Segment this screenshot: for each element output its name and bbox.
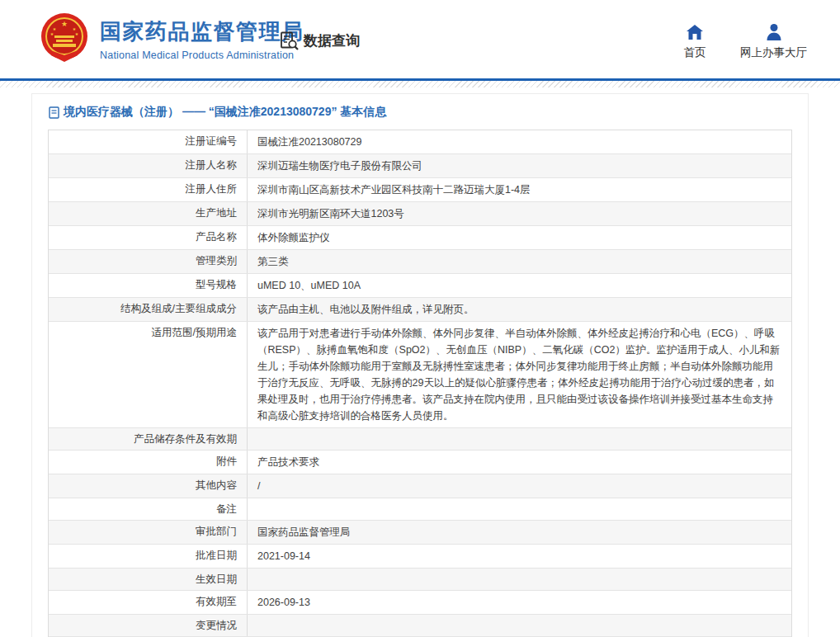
home-icon <box>686 22 704 40</box>
table-row: 变更情况 <box>49 615 791 637</box>
svg-text:★: ★ <box>50 31 54 36</box>
row-value: 产品技术要求 <box>248 451 791 474</box>
row-label: 其他内容 <box>49 474 248 498</box>
header-nav: 首页 网上办事大厅 <box>677 22 807 60</box>
row-label-text: 审批部门 <box>196 526 237 537</box>
table-row: 结构及组成/主要组成成分 该产品由主机、电池以及附件组成，详见附页。 <box>49 298 791 322</box>
table-row: 型号规格 uMED 10、uMED 10A <box>49 274 791 298</box>
page-title: 境内医疗器械（注册） —— “国械注准20213080729” 基本信息 <box>32 94 808 130</box>
row-value: / <box>248 474 791 498</box>
row-label: 审批部门 <box>49 521 248 544</box>
row-label-text: 适用范围/预期用途 <box>152 327 237 338</box>
row-label: 适用范围/预期用途 <box>49 322 248 427</box>
row-value: 体外除颤监护仪 <box>248 226 791 249</box>
row-value: uMED 10、uMED 10A <box>248 274 791 297</box>
row-value: 国械注准20213080729 <box>248 130 791 153</box>
row-label: 附件 <box>49 451 248 474</box>
row-label: 注册证编号 <box>49 130 248 153</box>
row-label: 注册人名称 <box>49 154 248 177</box>
row-label-text: 生产地址 <box>196 207 237 219</box>
nav-home-label: 首页 <box>684 45 706 60</box>
row-label-text: 产品储存条件及有效期 <box>134 433 237 445</box>
row-label-text: 注册人名称 <box>186 159 238 171</box>
header-divider-hatch <box>0 81 840 87</box>
row-label-text: 生效日期 <box>196 573 237 585</box>
table-row: 注册人住所 深圳市南山区高新技术产业园区科技南十二路迈瑞大厦1-4层 <box>49 178 791 202</box>
row-label: 批准日期 <box>49 545 248 568</box>
row-label-text: 附件 <box>216 455 237 467</box>
row-label-text: 变更情况 <box>196 620 237 631</box>
table-row: 有效期至 2026-09-13 <box>49 591 791 615</box>
row-label: 生产地址 <box>49 202 248 225</box>
row-label: 注册人住所 <box>49 178 248 201</box>
row-label: 有效期至 <box>49 591 248 614</box>
info-table: 注册证编号 国械注准20213080729 注册人名称 深圳迈瑞生物医疗电子股份… <box>48 130 792 637</box>
data-query-label: 数据查询 <box>304 31 360 50</box>
row-value <box>248 615 791 636</box>
nav-service-hall-label: 网上办事大厅 <box>740 45 807 60</box>
row-label-text: 产品名称 <box>196 231 237 243</box>
table-row: 附件 产品技术要求 <box>49 451 791 474</box>
row-label: 产品名称 <box>49 226 248 249</box>
row-value: 该产品用于对患者进行手动体外除颤、体外同步复律、半自动体外除颤、体外经皮起搏治疗… <box>248 322 791 427</box>
document-icon <box>49 106 59 119</box>
row-label-text: 型号规格 <box>196 279 237 290</box>
brand-title: 国家药品监督管理局 <box>100 17 304 46</box>
row-value: 2026-09-13 <box>248 591 791 614</box>
table-row: 管理类别 第三类 <box>49 250 791 274</box>
row-value: 该产品由主机、电池以及附件组成，详见附页。 <box>248 298 791 321</box>
page-title-text: 境内医疗器械（注册） —— “国械注准20213080729” 基本信息 <box>64 105 386 120</box>
table-row: 注册人名称 深圳迈瑞生物医疗电子股份有限公司 <box>49 154 791 178</box>
row-value: 深圳迈瑞生物医疗电子股份有限公司 <box>248 154 791 177</box>
national-emblem-logo: ★ ★ ★ ★ ★ <box>40 12 89 65</box>
row-label-text: 注册人住所 <box>186 183 238 195</box>
row-label-text: 批准日期 <box>196 550 237 561</box>
table-row: 备注 <box>49 498 791 521</box>
table-row: 产品储存条件及有效期 <box>49 428 791 451</box>
row-label: 管理类别 <box>49 250 248 273</box>
brand-subtitle: National Medical Products Administration <box>100 50 304 61</box>
brand: ★ ★ ★ ★ ★ 国家药品监督管理局 National Medical Pro… <box>40 12 304 65</box>
row-value: 国家药品监督管理局 <box>248 521 791 544</box>
row-label-text: 其他内容 <box>196 479 237 491</box>
svg-text:★: ★ <box>75 31 79 36</box>
table-row: 注册证编号 国械注准20213080729 <box>49 130 791 154</box>
row-label-text: 注册证编号 <box>186 135 238 147</box>
row-value <box>248 428 791 450</box>
nav-home[interactable]: 首页 <box>677 22 712 60</box>
table-row: 批准日期 2021-09-14 <box>49 545 791 569</box>
row-value <box>248 498 791 520</box>
row-label: 生效日期 <box>49 569 248 590</box>
row-value <box>248 569 791 590</box>
document-search-icon <box>279 31 300 51</box>
table-row: 适用范围/预期用途 该产品用于对患者进行手动体外除颤、体外同步复律、半自动体外除… <box>49 322 791 428</box>
row-value: 2021-09-14 <box>248 545 791 568</box>
user-icon <box>765 22 783 40</box>
row-label-text: 结构及组成/主要组成成分 <box>120 303 237 314</box>
row-label: 结构及组成/主要组成成分 <box>49 298 248 321</box>
table-row: 产品名称 体外除颤监护仪 <box>49 226 791 250</box>
content-panel: 境内医疗器械（注册） —— “国械注准20213080729” 基本信息 注册证… <box>31 93 809 637</box>
table-row: 审批部门 国家药品监督管理局 <box>49 521 791 545</box>
row-label: 变更情况 <box>49 615 248 636</box>
row-label: 备注 <box>49 498 248 520</box>
svg-text:★: ★ <box>61 20 68 28</box>
row-value: 深圳市南山区高新技术产业园区科技南十二路迈瑞大厦1-4层 <box>248 178 791 201</box>
brand-text: 国家药品监督管理局 National Medical Products Admi… <box>100 17 304 61</box>
row-value: 深圳市光明新区南环大道1203号 <box>248 202 791 225</box>
site-header: ★ ★ ★ ★ ★ 国家药品监督管理局 National Medical Pro… <box>0 0 840 78</box>
table-row: 其他内容 / <box>49 474 791 498</box>
row-label-text: 有效期至 <box>196 596 237 607</box>
row-value: 第三类 <box>248 250 791 273</box>
row-label-text: 备注 <box>216 503 237 515</box>
table-row: 生效日期 <box>49 569 791 591</box>
row-label: 型号规格 <box>49 274 248 297</box>
table-row: 生产地址 深圳市光明新区南环大道1203号 <box>49 202 791 226</box>
row-label: 产品储存条件及有效期 <box>49 428 248 450</box>
data-query-nav[interactable]: 数据查询 <box>279 31 360 51</box>
row-label-text: 管理类别 <box>196 255 237 267</box>
nav-service-hall[interactable]: 网上办事大厅 <box>740 22 807 60</box>
